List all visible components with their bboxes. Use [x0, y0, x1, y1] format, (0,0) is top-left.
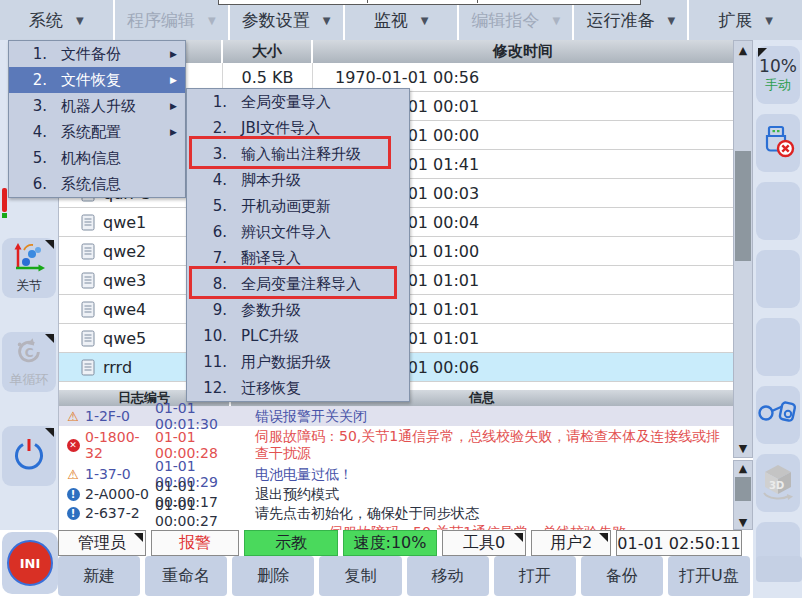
file-table-scrollbar[interactable]: ▲ ▼	[733, 40, 753, 458]
menubar: 系统▼ 程序编辑▼ 参数设置▼ 监视▼ 编辑指令▼ 运行准备▼ 扩展▼	[0, 0, 802, 40]
col-header-time: 修改时间	[313, 40, 733, 63]
side-button-empty-3[interactable]	[756, 318, 800, 376]
log-id: 2-A000-0	[81, 486, 155, 502]
submenu-item-identify-file-import[interactable]: 6.辨识文件导入	[187, 219, 409, 245]
teach-pendant-screen: 系统▼ 程序编辑▼ 参数设置▼ 监视▼ 编辑指令▼ 运行准备▼ 扩展▼	[0, 0, 802, 598]
log-row[interactable]: ⚠ 1-2F-0 01-01 00:01:30 错误报警开关关闭	[59, 406, 733, 426]
scroll-down-icon[interactable]: ▼	[734, 440, 752, 456]
speed-mode-button[interactable]: 10% 手动	[756, 46, 800, 104]
file-icon	[81, 301, 95, 318]
submenu-item-user-data-upgrade[interactable]: 11.用户数据升级	[187, 349, 409, 375]
bottom-toolbar: 新建 重命名 删除 复制 移动 打开 备份 打开U盘	[58, 556, 750, 596]
submenu-item-param-upgrade[interactable]: 9.参数升级	[187, 297, 409, 323]
open-button[interactable]: 打开	[494, 556, 576, 596]
status-tool[interactable]: 工具0	[442, 530, 526, 556]
chevron-down-icon: ▼	[765, 15, 773, 26]
submenu-item-migration-restore[interactable]: 12.迁移恢复	[187, 375, 409, 401]
status-bar: 管理员 报警 示教 速度:10% 工具0 用户2 01-01 02:50:11	[58, 530, 748, 556]
new-button[interactable]: 新建	[58, 556, 140, 596]
delete-button[interactable]: 删除	[232, 556, 314, 596]
log-scrollbar[interactable]: ▲ ▼	[733, 460, 753, 530]
rename-button[interactable]: 重命名	[145, 556, 227, 596]
menu-item-machine-info[interactable]: 5.机构信息	[9, 145, 185, 171]
menu-item-robot-upgrade[interactable]: 3.机器人升级▶	[9, 93, 185, 119]
open-usb-button[interactable]: 打开U盘	[668, 556, 750, 596]
submenu-item-global-var-comment-import[interactable]: 8.全局变量注释导入	[187, 271, 409, 297]
menubar-item-system[interactable]: 系统▼	[0, 0, 113, 40]
file-icon	[81, 359, 95, 376]
view-3d-button[interactable]: 3D	[756, 454, 800, 512]
chevron-down-icon: ▼	[323, 15, 331, 26]
submenu-item-io-comment-upgrade[interactable]: 3.输入输出注释升级	[187, 141, 409, 167]
file-name: qwe2	[103, 242, 146, 261]
submenu-item-translation-import[interactable]: 7.翻译导入	[187, 245, 409, 271]
menu-item-system-info[interactable]: 6.系统信息	[9, 171, 185, 197]
scroll-up-icon[interactable]: ▲	[734, 461, 752, 475]
scroll-up-icon[interactable]: ▲	[734, 42, 752, 58]
file-icon	[81, 272, 95, 289]
file-icon	[81, 243, 95, 260]
system-menu: 1.文件备份▶ 2.文件恢复▶ 3.机器人升级▶ 4.系统配置▶ 5.机构信息 …	[8, 40, 186, 198]
chevron-down-icon: ▼	[667, 15, 675, 26]
scrollbar-thumb[interactable]	[735, 477, 751, 501]
file-name: qwe1	[103, 213, 146, 232]
handle-controller-button[interactable]	[756, 386, 800, 444]
submenu-arrow-icon: ▶	[170, 101, 177, 111]
menubar-item-program-edit[interactable]: 程序编辑▼	[115, 0, 228, 40]
menu-item-system-config[interactable]: 4.系统配置▶	[9, 119, 185, 145]
status-user-coord[interactable]: 用户2	[531, 530, 611, 556]
side-button-empty-2[interactable]	[756, 250, 800, 308]
log-message: 错误报警开关关闭	[251, 408, 733, 425]
warning-icon: ⚠	[67, 409, 79, 424]
submenu-item-boot-animation-update[interactable]: 5.开机动画更新	[187, 193, 409, 219]
col-header-size: 大小	[223, 40, 313, 63]
ini-logo: INI	[7, 540, 53, 586]
status-speed[interactable]: 速度:10%	[343, 530, 437, 556]
move-button[interactable]: 移动	[407, 556, 489, 596]
submenu-item-global-var-import[interactable]: 1.全局变量导入	[187, 89, 409, 115]
log-panel: 日志编号 信息 ⚠ 1-2F-0 01-01 00:01:30 错误报警开关关闭…	[58, 390, 733, 530]
log-row[interactable]: ! 2-637-2 01-01 00:00:27 请先点击初始化，确保处于同步状…	[59, 504, 733, 522]
file-restore-submenu: 1.全局变量导入 2.JBI文件导入 3.输入输出注释升级 4.脚本升级 5.开…	[186, 88, 410, 402]
submenu-item-jbi-file-import[interactable]: 2.JBI文件导入	[187, 115, 409, 141]
menubar-item-run-prepare[interactable]: 运行准备▼	[574, 0, 687, 40]
file-name: qwe4	[103, 300, 146, 319]
submenu-arrow-icon: ▶	[170, 75, 177, 85]
submenu-item-script-upgrade[interactable]: 4.脚本升级	[187, 167, 409, 193]
chevron-down-icon: ▼	[553, 15, 561, 26]
bottom-stub	[756, 556, 802, 582]
menu-item-file-backup[interactable]: 1.文件备份▶	[9, 41, 185, 67]
file-size: 0.5 KB	[223, 63, 313, 91]
menubar-item-edit-command[interactable]: 编辑指令▼	[459, 0, 572, 40]
submenu-item-plc-upgrade[interactable]: 10.PLC升级	[187, 323, 409, 349]
menubar-item-extend[interactable]: 扩展▼	[689, 0, 802, 40]
info-icon: !	[67, 507, 80, 520]
backup-button[interactable]: 备份	[581, 556, 663, 596]
single-cycle-button[interactable]: C 单循环	[2, 332, 56, 392]
joint-coord-button[interactable]: 关节	[2, 238, 56, 298]
log-message: 退出预约模式	[251, 486, 733, 503]
speed-value: 10%	[759, 56, 797, 76]
file-name: qwe3	[103, 271, 146, 290]
status-alarm[interactable]: 报警	[151, 530, 239, 556]
status-teach-mode[interactable]: 示教	[244, 530, 338, 556]
chevron-down-icon: ▼	[208, 15, 216, 26]
side-button-empty-1[interactable]	[756, 182, 800, 240]
file-icon	[81, 214, 95, 231]
usb-status-button[interactable]	[756, 114, 800, 172]
ini-button[interactable]: INI	[2, 532, 58, 594]
status-user-level[interactable]: 管理员	[58, 530, 146, 556]
cube-3d-icon: 3D	[757, 461, 799, 505]
power-button[interactable]	[2, 426, 56, 486]
scroll-down-icon[interactable]: ▼	[734, 515, 752, 529]
scrollbar-thumb[interactable]	[735, 151, 751, 261]
svg-text:C: C	[25, 345, 34, 359]
menu-item-file-restore[interactable]: 2.文件恢复▶	[9, 67, 185, 93]
file-name: qwe5	[103, 329, 146, 348]
file-time: 1970-01-01 00:56	[313, 63, 733, 91]
right-sidebar: 10% 手动	[753, 40, 802, 598]
menubar-item-param-settings[interactable]: 参数设置▼	[230, 0, 343, 40]
copy-button[interactable]: 复制	[319, 556, 401, 596]
menubar-item-monitor[interactable]: 监视▼	[345, 0, 458, 40]
top-edge-strip	[218, 0, 641, 5]
